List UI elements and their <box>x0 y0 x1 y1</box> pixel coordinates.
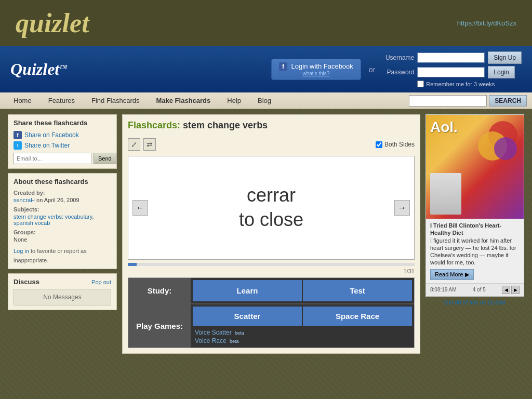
flashcard-title: Flashcards: stem change verbs <box>128 120 415 131</box>
no-messages: No Messages <box>14 289 111 305</box>
creator-link[interactable]: sencraH <box>14 197 35 203</box>
voice-race-label: Voice Race <box>195 337 227 344</box>
nav-make-flashcards[interactable]: Make Flashcards <box>148 92 219 109</box>
study-row: Study: Learn Test <box>128 278 414 303</box>
flashcard-title-name: stem change verbs <box>183 120 268 130</box>
card-next-button[interactable]: → <box>394 200 410 216</box>
card-progress-bar <box>128 263 415 266</box>
remember-label: Remember me for 3 weeks <box>426 81 495 87</box>
share-twitter-link[interactable]: t Share on Twitter <box>14 141 111 150</box>
search-input[interactable] <box>409 95 487 107</box>
flashcard-title-label: Flashcards: <box>128 120 180 130</box>
shuffle-button[interactable]: ⇄ <box>143 138 156 151</box>
share-facebook-label: Share on Facebook <box>24 131 79 139</box>
logo-tm: TM <box>59 64 67 70</box>
ad-photo-placeholder <box>430 173 461 215</box>
subjects-value: stem change verbs: vocabulary, spanish v… <box>14 214 111 226</box>
card-prev-button[interactable]: ← <box>132 200 148 216</box>
discuss-title: Discuss <box>14 278 39 286</box>
read-more-arrow: ▶ <box>465 271 469 278</box>
study-label: Study: <box>128 278 191 303</box>
header-logo: QuizletTM <box>10 60 67 79</box>
fb-icon: f <box>279 62 287 71</box>
card-counter: 1/31 <box>128 268 415 274</box>
search-button[interactable]: SEARCH <box>489 95 527 107</box>
share-facebook-link[interactable]: f Share on Facebook <box>14 131 111 139</box>
subjects-label: Subjects: <box>14 206 111 212</box>
top-url[interactable]: https://bit.ly/dKoSzx <box>457 19 516 27</box>
password-label: Password <box>383 69 414 76</box>
card-icons: ⤢ ⇄ <box>128 138 156 151</box>
card-display[interactable]: ← cerrar to close → <box>128 156 415 260</box>
discuss-header: Discuss Pop out <box>14 278 111 286</box>
discuss-section: Discuss Pop out No Messages <box>8 273 117 310</box>
ad-next-button[interactable]: ▶ <box>511 286 520 294</box>
games-row: Play Games: Scatter Space Race Voice Sca… <box>128 303 414 348</box>
share-twitter-label: Share on Twitter <box>24 142 70 149</box>
nav-blog[interactable]: Blog <box>249 92 280 109</box>
both-sides-label: Both Sides <box>384 141 415 148</box>
voice-race-link[interactable]: Voice Race beta <box>195 337 410 344</box>
svg-point-2 <box>494 137 517 160</box>
send-button[interactable]: Send <box>94 153 116 164</box>
ad-footer: 8:08:19 AM 4 of 5 ◀ ▶ <box>426 283 524 296</box>
remember-row: Remember me for 3 weeks <box>417 81 522 87</box>
groups-label: Groups: <box>14 229 111 235</box>
email-input[interactable] <box>14 153 91 164</box>
scatter-button[interactable]: Scatter <box>193 307 302 326</box>
login-button[interactable]: Login <box>488 66 514 78</box>
read-more-label: Read More <box>435 271 463 277</box>
flashcard-area: Flashcards: stem change verbs ⤢ ⇄ Both S… <box>122 114 420 354</box>
card-controls: ⤢ ⇄ Both Sides <box>128 136 415 153</box>
nav-help[interactable]: Help <box>219 92 249 109</box>
credentials-form: Username Sign Up Password Login Remember… <box>383 51 522 87</box>
nav-search: SEARCH <box>409 95 527 107</box>
fullscreen-button[interactable]: ⤢ <box>128 138 140 151</box>
test-button[interactable]: Test <box>303 280 412 301</box>
signup-button[interactable]: Sign Up <box>488 51 522 64</box>
username-row: Username Sign Up <box>383 51 522 64</box>
subject1-link[interactable]: stem change verbs: <box>14 214 63 220</box>
read-more-button[interactable]: Read More ▶ <box>430 269 474 280</box>
top-banner: quizlet https://bit.ly/dKoSzx <box>0 0 532 46</box>
ad-headline: I Tried Bill Clinton's Heart-Healthy Die… <box>430 222 501 236</box>
header-auth: f Login with Facebook what's this? or Us… <box>271 51 522 87</box>
ad-person-photo <box>430 163 520 215</box>
log-in-link[interactable]: Log in <box>14 248 29 254</box>
whats-this-link[interactable]: what's this? <box>279 71 353 76</box>
voice-scatter-link[interactable]: Voice Scatter beta <box>195 329 410 336</box>
card-progress-fill <box>128 263 137 266</box>
nav-find-flashcards[interactable]: Find Flashcards <box>83 92 148 109</box>
voice-scatter-label: Voice Scatter <box>195 329 232 336</box>
learn-button[interactable]: Learn <box>193 280 302 301</box>
space-race-button[interactable]: Space Race <box>303 307 412 326</box>
fb-login-label: Login with Facebook <box>291 62 353 70</box>
games-label: Play Games: <box>128 304 191 348</box>
both-sides-checkbox[interactable] <box>376 141 382 148</box>
remember-checkbox[interactable] <box>417 81 424 87</box>
about-section: About these flashcards Created by: sencr… <box>8 173 117 269</box>
subject2-link[interactable]: vocabulary <box>65 214 92 220</box>
fb-login-button[interactable]: f Login with Facebook what's this? <box>271 59 361 80</box>
study-buttons: Learn Test <box>191 278 414 303</box>
voice-scatter-beta: beta <box>235 330 244 336</box>
subject3-link[interactable]: spanish vocab <box>14 220 50 226</box>
nav-home[interactable]: Home <box>5 92 40 109</box>
log-note-area: Log in to favorite or report as inapprop… <box>14 246 111 264</box>
nav-features[interactable]: Features <box>40 92 83 109</box>
share-title: Share these flashcards <box>14 119 111 127</box>
username-input[interactable] <box>417 52 485 63</box>
ad-box: Aol. I Tried Bill Clinton's Heart-Health… <box>425 114 524 297</box>
share-section: Share these flashcards f Share on Facebo… <box>8 114 117 169</box>
groups-value: None <box>14 236 111 243</box>
password-input[interactable] <box>417 67 485 77</box>
facebook-share-icon: f <box>14 131 22 139</box>
ad-prev-button[interactable]: ◀ <box>502 286 510 294</box>
ad-nav: ◀ ▶ <box>502 286 520 294</box>
nav-bar: Home Features Find Flashcards Make Flash… <box>0 92 532 109</box>
ad-decorative-shapes <box>477 120 518 162</box>
pop-out-link[interactable]: Pop out <box>91 279 111 285</box>
get-rid-link[interactable]: Get rid of ads on Quizlet <box>425 297 524 308</box>
study-games-panel: Study: Learn Test Play Games: Scatter Sp… <box>128 277 415 348</box>
ad-text: I Tried Bill Clinton's Heart-Healthy Die… <box>430 222 520 267</box>
